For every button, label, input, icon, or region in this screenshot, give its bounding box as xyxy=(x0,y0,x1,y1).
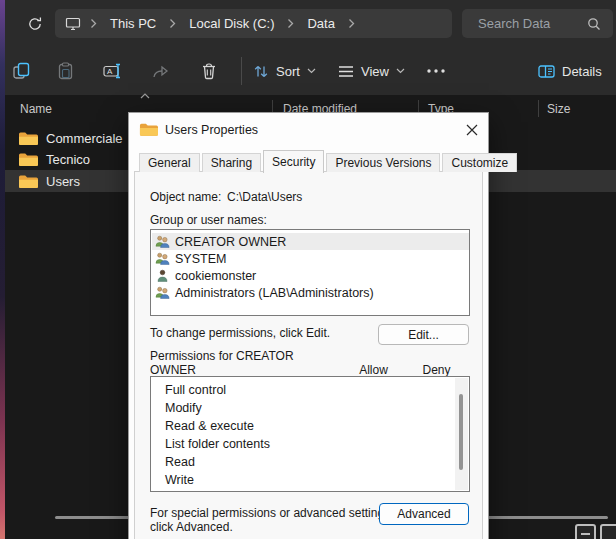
permissions-for-label-line1: Permissions for CREATOR xyxy=(150,349,294,363)
rename-icon: A xyxy=(103,63,123,79)
permission-read-execute[interactable]: Read & execute xyxy=(165,419,254,435)
permissions-scrollbar[interactable] xyxy=(455,378,468,490)
refresh-icon xyxy=(27,16,43,32)
group-item-administrators[interactable]: Administrators (LAB\Administrators) xyxy=(152,284,469,301)
object-name-value: C:\Data\Users xyxy=(227,190,302,204)
breadcrumb-data[interactable]: Data xyxy=(303,14,338,33)
deny-column-header: Deny xyxy=(414,363,459,377)
sort-icon xyxy=(253,64,269,79)
folder-icon xyxy=(18,152,38,167)
edit-permissions-hint: To change permissions, click Edit. xyxy=(150,326,330,340)
svg-text:A: A xyxy=(107,67,113,76)
paste-button[interactable] xyxy=(52,58,78,84)
search-icon xyxy=(587,17,601,31)
chevron-down-icon xyxy=(396,68,405,74)
scrollbar-thumb[interactable] xyxy=(459,394,463,470)
address-bar[interactable]: This PC Local Disk (C:) Data xyxy=(55,9,452,38)
copy-icon xyxy=(12,62,30,80)
tab-general[interactable]: General xyxy=(139,153,200,172)
tab-previous-versions[interactable]: Previous Versions xyxy=(326,153,440,172)
paste-icon xyxy=(57,62,74,80)
toolbar-separator xyxy=(241,57,242,85)
breadcrumb-local-disk-c[interactable]: Local Disk (C:) xyxy=(185,14,278,33)
group-item-system[interactable]: SYSTEM xyxy=(152,250,469,267)
permission-full-control[interactable]: Full control xyxy=(165,383,226,399)
file-name: Users xyxy=(46,174,80,189)
breadcrumb-chevron-icon xyxy=(287,18,294,29)
permission-write[interactable]: Write xyxy=(165,473,194,489)
sort-label: Sort xyxy=(276,64,300,79)
view-button[interactable]: View xyxy=(338,58,405,84)
copy-button[interactable] xyxy=(8,58,34,84)
breadcrumb-chevron-icon xyxy=(169,18,176,29)
view-label: View xyxy=(361,64,389,79)
chevron-down-icon xyxy=(307,68,316,74)
file-name: Tecnico xyxy=(46,152,90,167)
group-item-creator-owner[interactable]: CREATOR OWNER xyxy=(152,233,469,250)
sort-button[interactable]: Sort xyxy=(253,58,316,84)
details-button[interactable]: Details xyxy=(538,58,602,84)
group-name: cookiemonster xyxy=(175,269,256,283)
share-button[interactable] xyxy=(148,58,174,84)
delete-button[interactable] xyxy=(196,58,222,84)
group-user-names-label: Group or user names: xyxy=(150,213,267,227)
permissions-for-label-line2: OWNER xyxy=(150,363,196,377)
allow-column-header: Allow xyxy=(351,363,396,377)
advanced-hint-line2: click Advanced. xyxy=(150,520,233,534)
this-pc-icon xyxy=(65,17,81,31)
tab-sharing[interactable]: Sharing xyxy=(202,153,261,172)
permissions-list[interactable]: Full control Modify Read & execute List … xyxy=(150,376,470,492)
file-name: Commerciale xyxy=(46,131,123,146)
tab-security[interactable]: Security xyxy=(263,150,324,173)
close-icon xyxy=(466,124,478,136)
folder-icon xyxy=(18,131,38,146)
sort-ascending-caret-icon xyxy=(140,93,150,99)
refresh-button[interactable] xyxy=(22,13,48,35)
group-name: Administrators (LAB\Administrators) xyxy=(175,286,374,300)
users-properties-dialog: Users Properties General Sharing Securit… xyxy=(128,112,489,539)
group-name: CREATOR OWNER xyxy=(175,235,286,249)
status-bar-thumbnail-view-button[interactable] xyxy=(600,524,616,539)
details-pane-icon xyxy=(538,65,555,78)
status-bar-list-view-button[interactable] xyxy=(575,524,596,539)
folder-icon xyxy=(18,174,38,189)
group-icon xyxy=(155,286,170,299)
close-button[interactable] xyxy=(461,119,483,141)
group-icon xyxy=(155,252,170,265)
details-label: Details xyxy=(562,64,602,79)
ellipsis-icon xyxy=(427,69,445,73)
column-header-name[interactable]: Name xyxy=(20,102,52,116)
delete-icon xyxy=(201,62,217,80)
group-item-cookiemonster[interactable]: cookiemonster xyxy=(152,267,469,284)
more-options-button[interactable] xyxy=(423,58,449,84)
folder-icon xyxy=(139,122,158,137)
column-header-size[interactable]: Size xyxy=(547,102,570,116)
share-icon xyxy=(152,63,170,79)
search-placeholder: Search Data xyxy=(478,16,587,31)
column-divider[interactable] xyxy=(538,100,539,117)
permission-list-folder-contents[interactable]: List folder contents xyxy=(165,437,270,453)
object-name-label: Object name: xyxy=(150,190,221,204)
list-view-icon xyxy=(581,533,590,535)
group-icon xyxy=(155,235,170,248)
breadcrumb-chevron-icon xyxy=(90,18,97,29)
group-user-names-list[interactable]: CREATOR OWNER SYSTEM cookiemonster xyxy=(150,229,470,316)
permission-modify[interactable]: Modify xyxy=(165,401,202,417)
dialog-title: Users Properties xyxy=(165,123,258,137)
permission-special-clipped[interactable]: Special permissions xyxy=(165,489,276,492)
view-icon xyxy=(338,65,354,78)
permission-read[interactable]: Read xyxy=(165,455,195,471)
search-input[interactable]: Search Data xyxy=(462,9,613,38)
advanced-hint-line1: For special permissions or advanced sett… xyxy=(150,506,393,520)
toolbar: A Sort xyxy=(5,47,616,95)
tab-strip: General Sharing Security Previous Versio… xyxy=(139,150,519,172)
rename-button[interactable]: A xyxy=(100,58,126,84)
advanced-button[interactable]: Advanced xyxy=(379,503,469,525)
breadcrumb-this-pc[interactable]: This PC xyxy=(106,14,160,33)
breadcrumb-chevron-icon xyxy=(348,18,355,29)
group-name: SYSTEM xyxy=(175,252,226,266)
edit-button[interactable]: Edit... xyxy=(378,324,469,345)
tab-customize[interactable]: Customize xyxy=(442,153,517,172)
user-icon xyxy=(155,269,170,282)
